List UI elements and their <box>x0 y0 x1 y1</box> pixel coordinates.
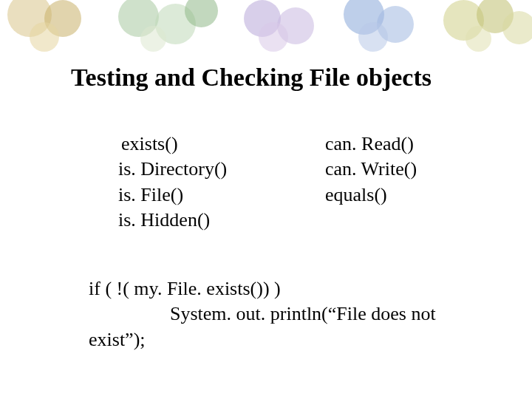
method-item: equals() <box>325 183 473 208</box>
left-column: exists() is. Directory() is. File() is. … <box>118 132 325 233</box>
code-line: if ( !( my. File. exists()) ) <box>89 276 502 301</box>
decorative-banner <box>0 0 532 53</box>
right-column: can. Read() can. Write() equals() <box>325 132 473 233</box>
method-item: is. Directory() <box>118 157 325 182</box>
method-item: is. Hidden() <box>118 208 325 233</box>
code-example: if ( !( my. File. exists()) ) System. ou… <box>89 276 502 352</box>
method-item: exists() <box>118 132 325 157</box>
method-item: is. File() <box>118 183 325 208</box>
slide: Testing and Checking File objects exists… <box>0 0 532 399</box>
method-item: can. Read() <box>325 132 473 157</box>
code-line: exist”); <box>89 327 502 352</box>
method-item: can. Write() <box>325 157 473 182</box>
slide-title: Testing and Checking File objects <box>71 64 514 92</box>
method-columns: exists() is. Directory() is. File() is. … <box>118 132 473 233</box>
code-line: System. out. println(“File does not <box>89 301 502 327</box>
